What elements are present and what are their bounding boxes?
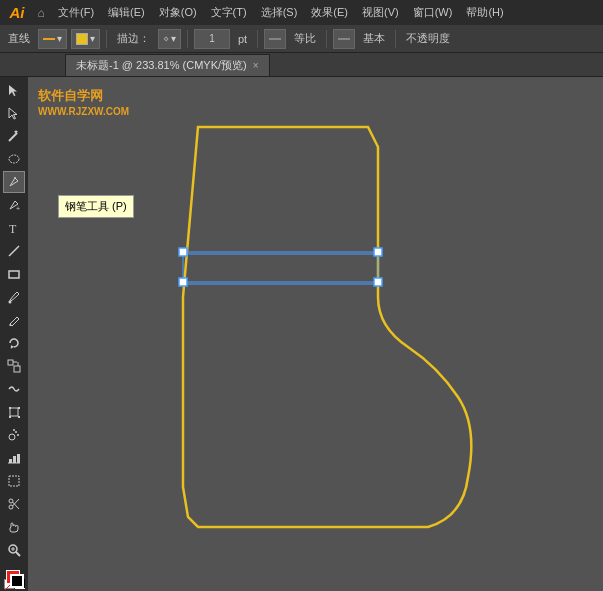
svg-rect-46 xyxy=(179,278,187,286)
svg-rect-14 xyxy=(14,366,20,372)
svg-text:+: + xyxy=(16,205,20,212)
type-tool[interactable]: T xyxy=(3,217,25,239)
direct-selection-tool[interactable] xyxy=(3,102,25,124)
stroke-type-label: 直线 xyxy=(4,31,34,46)
pencil-tool[interactable] xyxy=(3,309,25,331)
base-label: 基本 xyxy=(359,31,389,46)
scissors-tool[interactable] xyxy=(3,493,25,515)
menu-file[interactable]: 文件(F) xyxy=(52,3,100,22)
stroke-unit-label: pt xyxy=(234,33,251,45)
svg-rect-28 xyxy=(17,454,20,463)
svg-point-6 xyxy=(14,177,16,179)
graph-tool[interactable] xyxy=(3,447,25,469)
stroke-color-swatch[interactable] xyxy=(10,574,24,588)
svg-rect-47 xyxy=(374,278,382,286)
svg-line-36 xyxy=(16,552,20,556)
menu-bar: Ai ⌂ 文件(F) 编辑(E) 对象(O) 文字(T) 选择(S) 效果(E)… xyxy=(0,0,603,25)
svg-rect-41 xyxy=(183,282,378,284)
lasso-tool[interactable] xyxy=(3,148,25,170)
rectangle-tool[interactable] xyxy=(3,263,25,285)
warp-tool[interactable] xyxy=(3,378,25,400)
app-logo: Ai xyxy=(4,0,30,25)
menu-help[interactable]: 帮助(H) xyxy=(460,3,509,22)
menu-view[interactable]: 视图(V) xyxy=(356,3,405,22)
hand-tool[interactable] xyxy=(3,516,25,538)
svg-rect-10 xyxy=(9,271,19,278)
document-tab[interactable]: 未标题-1 @ 233.81% (CMYK/预览) × xyxy=(65,54,270,76)
toolbar-separator5 xyxy=(395,30,396,48)
stroke-line-btn[interactable] xyxy=(264,29,286,49)
ratio-label: 等比 xyxy=(290,31,320,46)
svg-rect-45 xyxy=(374,248,382,256)
fill-color-btn[interactable]: ▾ xyxy=(71,29,100,49)
svg-point-25 xyxy=(13,429,15,431)
boot-drawing xyxy=(98,97,528,557)
color-swatch-group xyxy=(2,566,26,577)
svg-point-24 xyxy=(17,434,19,436)
svg-rect-27 xyxy=(13,456,16,463)
artboard-tool[interactable] xyxy=(3,470,25,492)
svg-point-11 xyxy=(9,301,12,304)
top-toolbar: 直线 ▾ ▾ 描边： ⋄ ▾ 1 pt 等比 基本 不透明度 xyxy=(0,25,603,53)
menu-effect[interactable]: 效果(E) xyxy=(305,3,354,22)
zoom-tool[interactable] xyxy=(3,539,25,561)
svg-point-22 xyxy=(9,434,15,440)
menu-select[interactable]: 选择(S) xyxy=(255,3,304,22)
svg-rect-13 xyxy=(8,360,13,365)
menu-object[interactable]: 对象(O) xyxy=(153,3,203,22)
home-icon[interactable]: ⌂ xyxy=(32,4,50,22)
tab-title: 未标题-1 @ 233.81% (CMYK/预览) xyxy=(76,58,247,73)
svg-point-5 xyxy=(9,155,19,163)
svg-point-23 xyxy=(15,431,17,433)
left-toolbar: + T xyxy=(0,77,28,591)
toolbar-separator4 xyxy=(326,30,327,48)
svg-marker-12 xyxy=(9,344,14,349)
toolbar-separator3 xyxy=(257,30,258,48)
svg-line-9 xyxy=(9,246,19,256)
tab-close-btn[interactable]: × xyxy=(253,60,259,71)
svg-rect-30 xyxy=(9,476,19,486)
canvas-area: 软件自学网 WWW.RJZXW.COM 钢笔工具 (P) xyxy=(28,77,603,591)
line-tool[interactable] xyxy=(3,240,25,262)
toolbar-separator2 xyxy=(187,30,188,48)
svg-text:T: T xyxy=(9,222,17,235)
anchor-btn[interactable]: ⋄ ▾ xyxy=(158,29,181,49)
selection-tool[interactable] xyxy=(3,79,25,101)
add-anchor-tool[interactable]: + xyxy=(3,194,25,216)
symbol-tool[interactable] xyxy=(3,424,25,446)
opacity-label: 不透明度 xyxy=(402,31,454,46)
paintbrush-tool[interactable] xyxy=(3,286,25,308)
toolbar-separator xyxy=(106,30,107,48)
magic-wand-tool[interactable] xyxy=(3,125,25,147)
anchor-label: 描边： xyxy=(113,31,154,46)
svg-rect-21 xyxy=(18,416,20,418)
svg-rect-44 xyxy=(179,248,187,256)
style-line-btn[interactable] xyxy=(333,29,355,49)
stroke-weight-input[interactable]: 1 xyxy=(194,29,230,49)
svg-rect-40 xyxy=(183,252,378,254)
main-area: + T xyxy=(0,77,603,591)
svg-rect-17 xyxy=(10,408,18,416)
svg-rect-19 xyxy=(18,407,20,409)
stroke-style-btn[interactable]: ▾ xyxy=(38,29,67,49)
menu-text[interactable]: 文字(T) xyxy=(205,3,253,22)
menu-edit[interactable]: 编辑(E) xyxy=(102,3,151,22)
tab-bar: 未标题-1 @ 233.81% (CMYK/预览) × xyxy=(0,53,603,77)
rotate-tool[interactable] xyxy=(3,332,25,354)
svg-line-3 xyxy=(9,133,17,141)
free-transform-tool[interactable] xyxy=(3,401,25,423)
svg-rect-18 xyxy=(9,407,11,409)
pen-tool[interactable] xyxy=(3,171,25,193)
svg-rect-26 xyxy=(9,459,12,463)
scale-tool[interactable] xyxy=(3,355,25,377)
menu-window[interactable]: 窗口(W) xyxy=(407,3,459,22)
svg-rect-20 xyxy=(9,416,11,418)
